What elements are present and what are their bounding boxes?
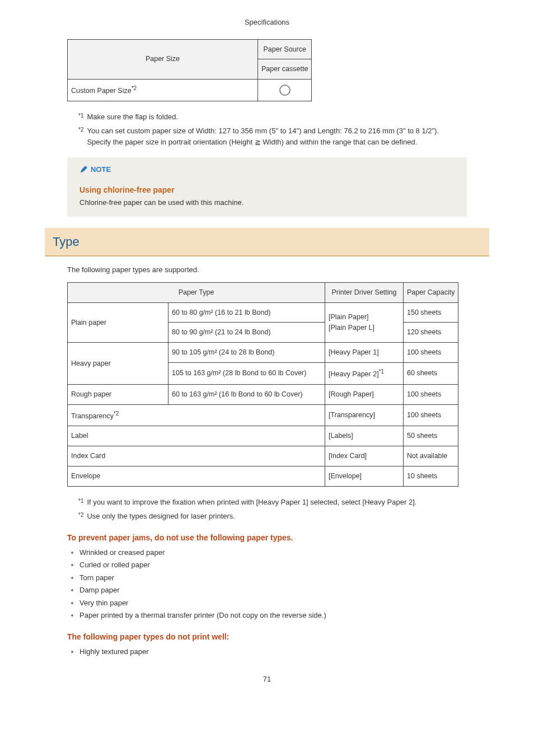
intro-text: The following paper types are supported.	[67, 264, 489, 276]
cell: 150 sheets	[404, 302, 458, 323]
cell: 120 sheets	[404, 323, 458, 343]
cell: 60 sheets	[404, 362, 458, 384]
th-paper-capacity: Paper Capacity	[404, 282, 458, 302]
cell: [Transparency]	[325, 404, 404, 426]
table-row: Label [Labels] 50 sheets	[68, 426, 458, 446]
cell: [Index Card]	[325, 446, 404, 466]
cell: [Rough Paper]	[325, 384, 404, 404]
fn-text: Use only the types designed for laser pr…	[87, 511, 235, 522]
table-row: Rough paper 60 to 163 g/m² (16 lb Bond t…	[68, 384, 458, 404]
circle-icon	[279, 85, 291, 96]
cell: [Labels]	[325, 426, 404, 446]
fn-marker: *1	[78, 111, 83, 123]
warn-heading-1: To prevent paper jams, do not use the fo…	[67, 532, 489, 544]
cell: 100 sheets	[404, 404, 458, 426]
cell: Plain paper	[68, 302, 168, 343]
table-row: Plain paper 60 to 80 g/m² (16 to 21 lb B…	[68, 302, 458, 323]
th-paper-size: Paper Size	[68, 39, 258, 80]
list-item: Wrinkled or creased paper	[79, 547, 489, 558]
list-item: Damp paper	[79, 585, 489, 596]
section-title-type: Type	[45, 228, 489, 256]
note-text: Chlorine-free paper can be used with thi…	[79, 197, 455, 208]
cell: 100 sheets	[404, 343, 458, 363]
cell: [Envelope]	[325, 466, 404, 486]
cell: 100 sheets	[404, 384, 458, 404]
fn-marker: *2	[78, 125, 83, 147]
list-item: Torn paper	[79, 572, 489, 584]
table-row: Envelope [Envelope] 10 sheets	[68, 466, 458, 486]
list-item: Paper printed by a thermal transfer prin…	[79, 610, 489, 621]
table-row: Transparency*2 [Transparency] 100 sheets	[68, 404, 458, 426]
th-driver-setting: Printer Driver Setting	[325, 282, 404, 302]
table-row: Index Card [Index Card] Not available	[68, 446, 458, 466]
cell: Heavy paper	[68, 343, 168, 385]
table-row: Heavy paper 90 to 105 g/m² (24 to 28 lb …	[68, 343, 458, 363]
footnotes-2: *1 If you want to improve the fixation w…	[78, 497, 489, 522]
page-number: 71	[45, 674, 489, 685]
cell: [Heavy Paper 1]	[325, 343, 404, 363]
th-paper-source: Paper Source	[258, 39, 312, 59]
cell-custom-mark	[258, 80, 312, 101]
th-paper-type: Paper Type	[68, 282, 325, 302]
cell: 50 sheets	[404, 426, 458, 446]
fn-text: Make sure the flap is folded.	[87, 111, 178, 123]
paper-type-table: Paper Type Printer Driver Setting Paper …	[67, 282, 458, 487]
list-item: Curled or rolled paper	[79, 559, 489, 571]
cell: [Heavy Paper 2]*1	[325, 362, 404, 384]
cell: 60 to 163 g/m² (16 lb Bond to 60 lb Cove…	[168, 384, 325, 404]
warn-list-2: Highly textured paper	[69, 646, 489, 657]
cell: Envelope	[68, 466, 325, 486]
cell: Transparency*2	[68, 404, 325, 426]
list-item: Highly textured paper	[79, 646, 489, 657]
cell: 80 to 90 g/m² (21 to 24 lb Bond)	[168, 323, 325, 343]
cell: [Plain Paper] [Plain Paper L]	[325, 302, 404, 343]
footnotes-1: *1 Make sure the flap is folded. *2 You …	[78, 111, 489, 148]
cell-custom-size: Custom Paper Size*2	[68, 80, 258, 101]
list-item: Very thin paper	[79, 598, 489, 609]
cell: 10 sheets	[404, 466, 458, 486]
cell: Not available	[404, 446, 458, 466]
warn-list-1: Wrinkled or creased paper Curled or roll…	[69, 547, 489, 621]
warn-heading-2: The following paper types do not print w…	[67, 631, 489, 643]
cell: 105 to 163 g/m² (28 lb Bond to 60 lb Cov…	[168, 362, 325, 384]
th-paper-cassette: Paper cassette	[258, 59, 312, 80]
fn-marker: *1	[78, 497, 83, 508]
fn-text: You can set custom paper size of Width: …	[87, 125, 439, 147]
table-row: Custom Paper Size*2	[68, 80, 312, 101]
note-label: NOTE	[79, 164, 111, 175]
cell: 60 to 80 g/m² (16 to 21 lb Bond)	[168, 302, 325, 323]
pen-icon	[79, 166, 87, 174]
cell: Rough paper	[68, 384, 168, 404]
note-heading: Using chlorine-free paper	[79, 184, 455, 196]
cell: Index Card	[68, 446, 325, 466]
cell: 90 to 105 g/m² (24 to 28 lb Bond)	[168, 343, 325, 363]
paper-size-table: Paper Size Paper Source Paper cassette C…	[67, 39, 312, 101]
note-box: NOTE Using chlorine-free paper Chlorine-…	[67, 157, 467, 217]
page-header: Specifications	[45, 17, 489, 28]
fn-text: If you want to improve the fixation when…	[87, 497, 416, 508]
fn-marker: *2	[78, 511, 83, 522]
cell: Label	[68, 426, 325, 446]
